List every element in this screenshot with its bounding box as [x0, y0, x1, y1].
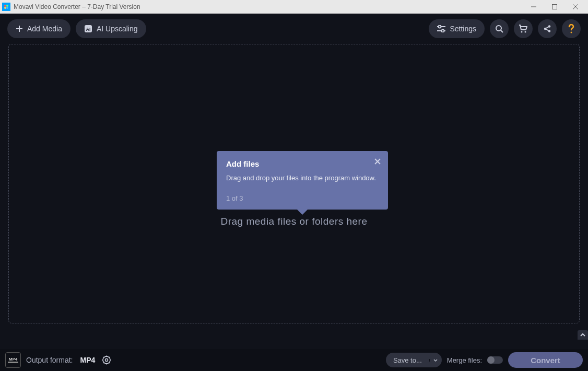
- cart-icon: [519, 25, 528, 33]
- output-format-value: MP4: [80, 356, 95, 364]
- settings-label: Settings: [450, 25, 476, 33]
- close-icon: [374, 158, 381, 165]
- svg-rect-30: [8, 362, 18, 363]
- titlebar: Movavi Video Converter – 7-Day Trial Ver…: [0, 0, 588, 14]
- ai-upscaling-button[interactable]: AI AI Upscaling: [76, 19, 146, 38]
- search-icon: [495, 25, 503, 33]
- save-to-button[interactable]: Save to...: [386, 353, 442, 367]
- svg-text:AI: AI: [86, 27, 90, 32]
- svg-line-24: [546, 29, 548, 31]
- svg-point-25: [571, 32, 572, 33]
- search-button[interactable]: [490, 19, 509, 38]
- add-media-label: Add Media: [27, 25, 62, 33]
- share-icon: [543, 25, 551, 33]
- sliders-icon: [437, 25, 445, 32]
- ai-upscaling-label: AI Upscaling: [97, 25, 138, 33]
- gear-icon: [102, 355, 111, 365]
- merge-files-toggle[interactable]: [487, 356, 503, 364]
- svg-point-2: [4, 7, 6, 9]
- window-title: Movavi Video Converter – 7-Day Trial Ver…: [14, 3, 140, 10]
- convert-label: Convert: [531, 356, 560, 365]
- expand-panel-button[interactable]: [578, 330, 588, 340]
- help-button[interactable]: [562, 19, 581, 38]
- help-icon: [568, 24, 574, 33]
- minimize-button[interactable]: [523, 1, 544, 13]
- tooltip-step: 1 of 3: [226, 194, 379, 202]
- svg-point-3: [6, 7, 8, 9]
- add-media-button[interactable]: Add Media: [7, 19, 70, 38]
- format-icon[interactable]: MP4: [5, 352, 21, 368]
- svg-point-32: [105, 359, 108, 362]
- toolbar: Add Media AI AI Upscaling Settings: [0, 14, 588, 44]
- convert-button[interactable]: Convert: [508, 352, 583, 368]
- tooltip-title: Add files: [226, 159, 379, 168]
- svg-point-1: [6, 5, 8, 7]
- chevron-up-icon: [580, 333, 585, 337]
- share-button[interactable]: [538, 19, 557, 38]
- svg-point-19: [525, 31, 526, 33]
- format-settings-button[interactable]: [100, 354, 113, 366]
- plus-icon: [16, 25, 23, 32]
- merge-files-label: Merge files:: [447, 356, 482, 364]
- svg-point-0: [4, 5, 6, 7]
- bottombar: MP4 Output format: MP4 Save to... Merge …: [0, 349, 588, 371]
- dropzone[interactable]: Drag media files or folders here Add fil…: [8, 44, 580, 323]
- settings-button[interactable]: Settings: [429, 19, 485, 38]
- close-button[interactable]: [565, 1, 586, 13]
- cart-button[interactable]: [514, 19, 533, 38]
- svg-rect-5: [552, 5, 557, 9]
- svg-line-17: [501, 30, 503, 32]
- dropzone-text: Drag media files or folders here: [220, 216, 367, 227]
- svg-point-18: [521, 31, 523, 33]
- tooltip-body: Drag and drop your files into the progra…: [226, 173, 379, 183]
- svg-line-23: [546, 27, 548, 29]
- output-format-label: Output format:: [26, 356, 73, 364]
- chevron-down-icon: [433, 359, 438, 362]
- window-controls: [523, 1, 586, 13]
- app-icon: [2, 3, 10, 11]
- svg-point-15: [442, 30, 444, 32]
- svg-point-16: [496, 26, 501, 31]
- save-to-dropdown[interactable]: [429, 359, 442, 362]
- ai-icon: AI: [84, 25, 92, 33]
- onboarding-tooltip: Add files Drag and drop your files into …: [217, 151, 388, 210]
- maximize-button[interactable]: [544, 1, 565, 13]
- tooltip-close-button[interactable]: [374, 158, 381, 165]
- svg-point-14: [439, 26, 441, 28]
- save-to-label: Save to...: [386, 356, 429, 364]
